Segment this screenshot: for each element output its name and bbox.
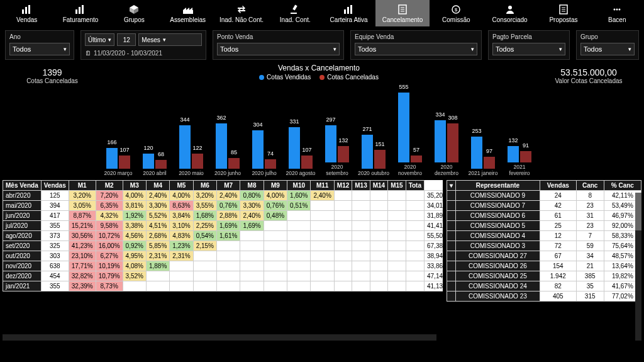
- filter-ponto-select[interactable]: Todos▾: [217, 43, 340, 55]
- row-total: 41,41: [425, 221, 443, 231]
- expand-toggle[interactable]: [447, 211, 456, 221]
- bar-canceladas[interactable]: 91: [520, 151, 531, 162]
- bar-canceladas[interactable]: 308: [447, 123, 458, 162]
- bar-category-label: 2020 dezembro: [430, 164, 463, 176]
- bar-vendidas[interactable]: 297: [325, 125, 336, 162]
- filter-ano-select[interactable]: Todos ▾: [9, 43, 70, 55]
- expand-toggle[interactable]: [447, 291, 456, 302]
- nav-item-grupos[interactable]: Grupos: [108, 0, 161, 26]
- col-header[interactable]: Canc: [576, 181, 604, 191]
- col-header[interactable]: M12: [334, 181, 352, 191]
- periodo-ultimo-select[interactable]: Último▾: [85, 33, 114, 46]
- periodo-num-input[interactable]: 12: [117, 33, 136, 46]
- col-header[interactable]: M11: [311, 181, 334, 191]
- bar-vendidas[interactable]: 132: [508, 146, 519, 162]
- expand-toggle[interactable]: [447, 251, 456, 261]
- bar-canceladas[interactable]: 74: [265, 159, 276, 169]
- nav-item-inad-cont-[interactable]: Inad. Cont.: [269, 0, 322, 26]
- bar-canceladas[interactable]: 151: [374, 150, 386, 169]
- bar-canceladas[interactable]: 122: [192, 154, 203, 169]
- bar-value-label: 297: [325, 116, 336, 123]
- filter-pagto-select[interactable]: Todos▾: [492, 43, 565, 55]
- nav-item-cancelamento[interactable]: Cancelamento: [375, 0, 429, 26]
- expand-toggle[interactable]: [447, 191, 456, 201]
- col-header[interactable]: M7: [217, 181, 240, 191]
- filter-equipe-select[interactable]: Todos▾: [355, 43, 477, 55]
- expand-toggle[interactable]: [447, 281, 456, 291]
- bar-vendidas[interactable]: 271: [362, 135, 373, 169]
- col-header[interactable]: % Canc: [604, 181, 641, 191]
- nav-item-faturamento[interactable]: Faturamento: [53, 0, 107, 26]
- col-header[interactable]: M4: [146, 181, 169, 191]
- col-header[interactable]: M10: [287, 181, 311, 191]
- expand-toggle[interactable]: [447, 231, 456, 241]
- nav-item-vendas[interactable]: Vendas: [0, 0, 53, 26]
- col-header[interactable]: M1: [69, 181, 96, 191]
- col-header[interactable]: M14: [370, 181, 387, 191]
- nav-item-inad-n-o-cont-[interactable]: Inad. Não Cont.: [214, 0, 268, 26]
- col-header[interactable]: M8: [240, 181, 264, 191]
- expand-header[interactable]: ▾: [447, 181, 456, 191]
- cohort-cell: 1,60%: [287, 191, 311, 201]
- col-header[interactable]: M9: [264, 181, 287, 191]
- nav-item-consorciado[interactable]: Consorciado: [483, 0, 536, 26]
- col-header[interactable]: Vendas: [540, 181, 576, 191]
- bar-canceladas[interactable]: 57: [411, 156, 422, 162]
- nav-item-comiss-o[interactable]: $Comissão: [430, 0, 483, 26]
- bar-vendidas[interactable]: 304: [252, 130, 264, 169]
- bar-canceladas[interactable]: 68: [155, 160, 167, 169]
- bar-vendidas[interactable]: 334: [435, 120, 446, 162]
- bar-vendidas[interactable]: 166: [106, 148, 118, 169]
- cohort-cell: [311, 241, 334, 251]
- bar-pair: 25397: [471, 93, 495, 169]
- rep-table-wrap[interactable]: ▾RepresentanteVendasCanc% Canc COMISSION…: [447, 180, 641, 341]
- svg-text:$: $: [455, 7, 458, 13]
- nav-item-carteira-ativa[interactable]: Carteira Ativa: [322, 0, 375, 26]
- col-header[interactable]: M2: [96, 181, 123, 191]
- periodo-unit-select[interactable]: Meses▾: [138, 33, 202, 46]
- cohort-cell: 3,55%: [193, 201, 216, 211]
- bar-vendidas[interactable]: 344: [179, 125, 191, 169]
- filter-grupo-value: Todos: [584, 45, 602, 53]
- row-month: ago/2020: [3, 231, 42, 241]
- col-header[interactable]: M3: [123, 181, 146, 191]
- cohort-cell: 4,95%: [123, 251, 146, 261]
- bar-vendidas[interactable]: 253: [471, 137, 482, 169]
- cohort-cell: [311, 271, 334, 281]
- col-header[interactable]: Tota: [406, 181, 424, 191]
- col-header[interactable]: Vendas: [41, 181, 69, 191]
- expand-toggle[interactable]: [447, 261, 456, 271]
- scrollbar-vertical-thumb[interactable]: [635, 193, 641, 230]
- doc-icon: [397, 4, 408, 15]
- bar-canceladas[interactable]: 107: [119, 156, 130, 169]
- bar-canceladas[interactable]: 97: [484, 157, 495, 169]
- expand-toggle[interactable]: [447, 271, 456, 281]
- col-header[interactable]: Representante: [456, 181, 540, 191]
- filter-grupo-select[interactable]: Todos▾: [580, 43, 635, 55]
- expand-toggle[interactable]: [447, 201, 456, 211]
- col-header[interactable]: M15: [388, 181, 406, 191]
- chevron-down-icon: ▾: [108, 37, 111, 43]
- cohort-table-wrap[interactable]: Mês VendaVendasM1M2M3M4M5M6M7M8M9M10M11M…: [3, 180, 443, 341]
- col-header[interactable]: M6: [193, 181, 216, 191]
- bar-canceladas[interactable]: 85: [228, 158, 240, 169]
- bar-vendidas[interactable]: 555: [398, 93, 409, 162]
- nav-item-propostas[interactable]: Propostas: [536, 0, 590, 26]
- bar-value-label: 151: [374, 141, 386, 147]
- bar-vendidas[interactable]: 362: [216, 123, 227, 169]
- col-header[interactable]: M5: [170, 181, 193, 191]
- scrollbar-horizontal[interactable]: [3, 334, 436, 341]
- bar-canceladas[interactable]: 107: [301, 156, 313, 169]
- nav-item-assembleias[interactable]: Assembleias: [161, 0, 214, 26]
- bar-vendidas[interactable]: 331: [289, 127, 300, 169]
- nav-item-bacen[interactable]: Bacen: [591, 0, 644, 26]
- svg-rect-16: [347, 7, 349, 14]
- expand-toggle[interactable]: [447, 241, 456, 251]
- expand-toggle[interactable]: [447, 221, 456, 231]
- col-header[interactable]: Mês Venda: [3, 181, 42, 191]
- bar-vendidas[interactable]: 120: [143, 154, 154, 169]
- bar-canceladas[interactable]: 132: [338, 146, 349, 162]
- cohort-cell: [264, 221, 287, 231]
- col-header[interactable]: M13: [352, 181, 370, 191]
- cohort-cell: 23,10%: [69, 251, 96, 261]
